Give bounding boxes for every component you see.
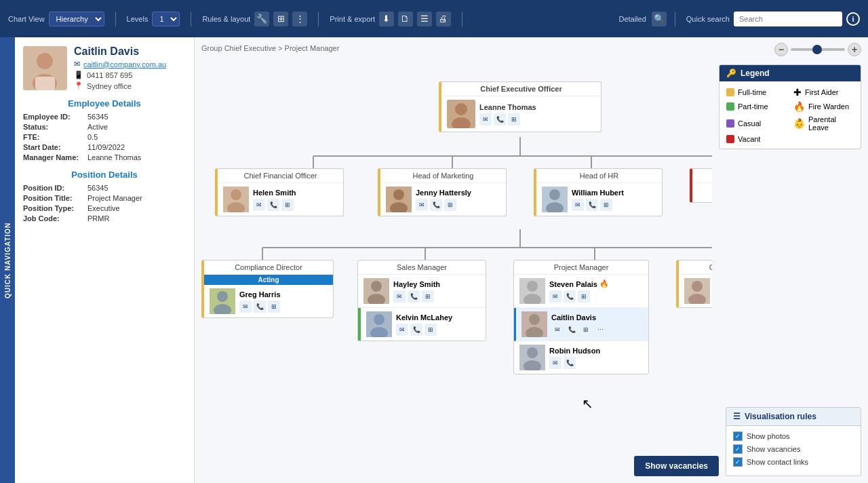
hr-phone-button[interactable]: 📞: [586, 199, 598, 211]
detail-row-postitle: Position Title: Project Manager: [23, 194, 186, 202]
project-phone-button-1[interactable]: 📞: [564, 290, 576, 303]
download-icon[interactable]: ⬇: [379, 12, 394, 26]
sales-email-button-2[interactable]: ✉: [396, 324, 408, 336]
project-manager-card[interactable]: Project Manager Steven Palais 🔥: [513, 260, 649, 374]
operations-card[interactable]: Operations Manager Lesley Brown: [676, 260, 712, 308]
compliance-email-button[interactable]: ✉: [239, 301, 252, 313]
cfo-email-button[interactable]: ✉: [253, 199, 265, 211]
sales-manager-card[interactable]: Sales Manager Hayley Smith: [357, 260, 486, 341]
viz-rule-contact-checkbox[interactable]: ✓: [733, 457, 743, 467]
hr-person: William Hubert ✉ 📞 ⊞: [536, 183, 662, 216]
project-person-1: Steven Palais 🔥 ✉ 📞 ⊞: [514, 275, 648, 308]
project-email-button-3[interactable]: ✉: [549, 357, 561, 369]
layout-grid-icon[interactable]: ⊞: [273, 12, 288, 26]
ceo-phone-button[interactable]: 📞: [494, 113, 506, 125]
compliance-org-button[interactable]: ⊞: [268, 301, 280, 313]
detail-value-postitle: Project Manager: [87, 194, 142, 202]
main-layout: QUICK NAVIGATION Caitlin Davis ✉ caitlin…: [0, 37, 868, 483]
cfo-card[interactable]: Chief Financial Officer Helen Smith: [215, 168, 344, 216]
ceo-name: Leanne Thomas: [479, 103, 536, 111]
svg-point-28: [217, 291, 228, 302]
compliance-photo: [210, 288, 235, 314]
svg-point-34: [374, 314, 384, 325]
sales-phone-button-2[interactable]: 📞: [410, 324, 422, 336]
levels-select[interactable]: 1: [152, 12, 180, 26]
project-org-button-2[interactable]: ⊞: [580, 324, 592, 336]
marketing-phone-button[interactable]: 📞: [430, 199, 442, 211]
zoom-out-button[interactable]: −: [774, 43, 788, 56]
project-phone-button-2[interactable]: 📞: [566, 324, 578, 336]
project-org-button-1[interactable]: ⊞: [578, 290, 590, 303]
marketing-person: Jenny Hattersly ✉ 📞 ⊞: [380, 183, 506, 216]
hr-info: William Hubert ✉ 📞 ⊞: [572, 189, 624, 211]
cfo-title: Chief Financial Officer: [218, 169, 343, 183]
sales-org-button-1[interactable]: ⊞: [422, 290, 434, 303]
print-export-label: Print & export: [330, 15, 375, 23]
zoom-slider[interactable]: [791, 48, 845, 51]
project-info-1: Steven Palais 🔥 ✉ 📞 ⊞: [549, 279, 609, 303]
viz-rule-photos-checkbox[interactable]: ✓: [733, 431, 743, 441]
sales-person-2: Kelvin McLahey ✉ 📞 ⊞: [358, 308, 486, 341]
hr-avatar: [542, 187, 568, 212]
info-icon[interactable]: i: [846, 12, 860, 26]
project-person-2-highlighted[interactable]: Caitlin Davis ✉ 📞 ⊞ ⋯: [514, 308, 648, 341]
employee-email[interactable]: caitlin@company.com.au: [83, 60, 166, 69]
marketing-email-button[interactable]: ✉: [416, 199, 428, 211]
project-photo-1: [519, 278, 545, 304]
hr-card[interactable]: Head of HR William Hubert: [534, 168, 663, 216]
employee-phone: 0411 857 695: [87, 71, 132, 79]
cfo-org-button[interactable]: ⊞: [281, 199, 294, 211]
ceo-card[interactable]: Chief Executive Officer Leanne Thomas: [439, 81, 601, 132]
location-icon: 📍: [74, 81, 83, 90]
legend-parental: 👶 Parental Leave: [793, 115, 854, 132]
employee-email-row: ✉ caitlin@company.com.au: [74, 60, 166, 69]
marketing-photo: [386, 187, 412, 212]
print-icon[interactable]: 🖨: [436, 12, 451, 26]
legend-sym-firstaider: ✚: [793, 87, 802, 98]
legend-casual: Casual: [726, 115, 787, 132]
show-vacancies-button[interactable]: Show vacancies: [634, 456, 719, 476]
legend-dot-parttime: [726, 102, 734, 111]
print-list-icon[interactable]: ☰: [417, 12, 432, 26]
detail-value-manager: Leanne Thomas: [87, 153, 141, 161]
compliance-phone-button[interactable]: 📞: [254, 301, 266, 313]
project-email-button-2[interactable]: ✉: [551, 324, 564, 336]
viz-rules-icon: ☰: [733, 412, 741, 421]
quick-navigation[interactable]: QUICK NAVIGATION: [0, 37, 15, 483]
zoom-in-button[interactable]: +: [848, 43, 861, 56]
svg-point-16: [455, 103, 467, 115]
hr-org-button[interactable]: ⊞: [600, 199, 612, 211]
legend-label-vacant: Vacant: [738, 135, 760, 143]
marketing-card[interactable]: Head of Marketing Jenny Hattersly: [378, 168, 507, 216]
viz-rules-title: Visualisation rules: [745, 412, 816, 421]
cfo-phone-button[interactable]: 📞: [267, 199, 279, 211]
fire-warden-icon-1: 🔥: [599, 279, 609, 288]
project-email-button-1[interactable]: ✉: [549, 290, 561, 303]
sales-email-button-1[interactable]: ✉: [393, 290, 406, 303]
brand-manager-card[interactable]: Brand Manager Vacant: [690, 168, 712, 203]
ceo-photo: [447, 100, 475, 128]
viz-rule-vacancies-checkbox[interactable]: ✓: [733, 444, 743, 454]
org-chart-container: Chief Executive Officer Leanne Thomas: [195, 61, 712, 449]
svg-point-46: [692, 281, 703, 292]
hierarchy-icon[interactable]: ⋮: [292, 12, 307, 26]
ceo-email-button[interactable]: ✉: [479, 113, 492, 125]
search-input[interactable]: [734, 12, 842, 26]
ceo-org-button[interactable]: ⊞: [508, 113, 520, 125]
compliance-card[interactable]: Compliance Director Acting Greg Harris: [201, 260, 334, 318]
chart-view-select[interactable]: Hierarchy: [49, 12, 104, 26]
viz-rule-vacancies-label: Show vacancies: [747, 445, 801, 453]
sales-phone-button-1[interactable]: 📞: [408, 290, 420, 303]
employee-name: Caitlin Davis: [74, 45, 166, 58]
rules-layout-section: Rules & layout 🔧 ⊞ ⋮: [202, 12, 319, 26]
export-grid-icon[interactable]: 🗋: [398, 12, 413, 26]
detailed-search-icon[interactable]: 🔍: [652, 12, 667, 26]
marketing-org-button[interactable]: ⊞: [444, 199, 456, 211]
rules-icon[interactable]: 🔧: [254, 12, 269, 26]
hr-email-button[interactable]: ✉: [572, 199, 584, 211]
project-phone-button-3[interactable]: 📞: [564, 357, 576, 369]
project-more-button-2[interactable]: ⋯: [594, 324, 606, 336]
legend-dot-casual: [726, 119, 734, 128]
detail-row-startdate: Start Date: 11/09/2022: [23, 143, 186, 151]
sales-org-button-2[interactable]: ⊞: [425, 324, 437, 336]
